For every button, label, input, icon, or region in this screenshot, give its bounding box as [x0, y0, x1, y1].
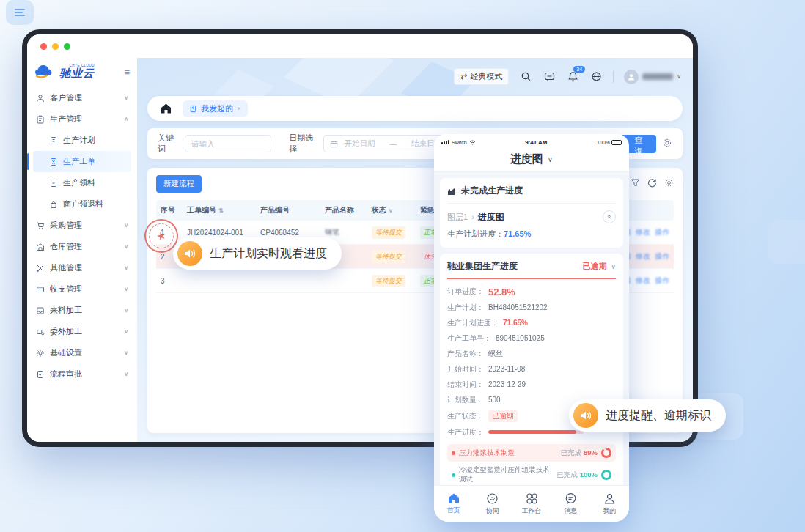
window-titlebar	[27, 34, 693, 58]
speaker-icon	[573, 403, 598, 428]
detail-row: 产品名称：螺丝	[447, 346, 616, 361]
approval-icon	[36, 370, 45, 379]
row-action-more[interactable]: 操作	[655, 276, 669, 286]
background-decoration	[6, 0, 34, 25]
production-progress-bar	[488, 430, 584, 434]
date-range-picker[interactable]: 开始日期 — 结束日期	[323, 135, 449, 152]
nav-workbench[interactable]: 工作台	[512, 492, 551, 516]
battery-indicator: 100%	[597, 140, 622, 145]
maximize-window-button[interactable]	[64, 43, 70, 50]
clipboard-icon	[36, 115, 45, 124]
search-icon[interactable]	[519, 70, 532, 84]
user-menu[interactable]: ∨	[624, 70, 681, 84]
globe-icon[interactable]	[589, 70, 603, 84]
avatar	[624, 70, 639, 84]
close-tab-icon[interactable]: ×	[237, 105, 241, 113]
cart-icon	[36, 221, 45, 230]
phone-page-title[interactable]: 进度图 ∨	[434, 147, 629, 172]
detail-row: 生产计划进度：71.65%	[447, 315, 616, 330]
nav-collaboration[interactable]: 协同	[473, 492, 512, 516]
sidebar-item-incoming-processing[interactable]: 来料加工∨	[33, 300, 131, 321]
tab-initiated-by-me[interactable]: 我发起的 ×	[183, 100, 248, 117]
home-icon	[447, 492, 460, 504]
gear-icon	[36, 349, 45, 358]
sidebar-item-production[interactable]: 生产管理∧	[33, 108, 131, 130]
sidebar-item-warehouse[interactable]: 仓库管理∨	[33, 236, 131, 257]
nav-profile[interactable]: 我的	[590, 492, 629, 516]
task-row[interactable]: 冷凝定型塑造冲压件组装技术调试 已完成 100%	[447, 462, 616, 485]
phone-bottom-nav: 首页 协同 工作台 消息 我的	[434, 485, 629, 522]
header-toolbar: ⇄ 经典模式 34	[454, 68, 681, 85]
minimize-window-button[interactable]	[52, 43, 59, 50]
sidebar-item-production-plan[interactable]: 生产计划	[33, 130, 131, 151]
sidebar-item-material-request[interactable]: 生产领料	[33, 172, 131, 193]
bell-icon[interactable]: 34	[566, 70, 579, 84]
detail-row: 生产计划：BH484051521202	[447, 300, 616, 315]
sidebar-item-settings[interactable]: 基础设置∨	[33, 342, 131, 363]
chevron-down-icon: ∨	[124, 286, 128, 292]
chevron-down-icon: ∨	[124, 371, 128, 377]
mobile-panel: Switch 9:41 AM 100% 进度图 ∨ 未完成生产进度 图层1 ›	[434, 134, 629, 522]
row-action-more[interactable]: 操作	[655, 227, 669, 237]
sidebar-nav: 客户管理∨ 生产管理∧ 生产计划 生产工单	[33, 87, 131, 385]
message-icon[interactable]	[543, 70, 556, 84]
chevron-down-icon[interactable]: ∨	[611, 263, 616, 270]
phone-content: 未完成生产进度 图层1 › 进度图 « 生产计划进度：71.65% 驰业集团生产…	[434, 172, 629, 485]
classic-mode-toggle[interactable]: ⇄ 经典模式	[454, 68, 509, 85]
wallet-icon	[36, 285, 45, 294]
bar-chart-icon	[447, 187, 457, 196]
signal-icon	[441, 140, 449, 144]
arrow-icon: ›	[471, 213, 474, 221]
progress-ring	[601, 470, 611, 480]
nav-home[interactable]: 首页	[434, 492, 473, 515]
chevron-down-icon: ∨	[124, 265, 128, 271]
home-icon[interactable]	[159, 102, 172, 115]
collaboration-icon	[486, 492, 499, 505]
message-icon	[565, 492, 577, 505]
refresh-icon[interactable]	[647, 177, 657, 191]
sidebar-item-other[interactable]: 其他管理∨	[33, 257, 131, 278]
sidebar-item-finance[interactable]: 收支管理∨	[33, 278, 131, 300]
sidebar-item-work-order[interactable]: 生产工单	[33, 151, 131, 172]
warehouse-icon	[36, 243, 45, 251]
tools-icon	[36, 264, 45, 273]
filter-settings-icon[interactable]	[662, 138, 672, 149]
clock: 9:41 AM	[476, 139, 597, 146]
collapse-button[interactable]: «	[603, 210, 616, 223]
sidebar-item-outsourcing[interactable]: 委外加工∨	[33, 321, 131, 342]
close-window-button[interactable]	[40, 43, 47, 50]
row-action-edit[interactable]: 修改	[636, 227, 650, 237]
sidebar-item-purchase[interactable]: 采购管理∨	[33, 215, 131, 236]
status-badge: 等待提交	[372, 275, 405, 287]
chevron-down-icon: ∨	[677, 73, 681, 80]
chevron-down-icon[interactable]: ∨	[389, 207, 393, 214]
user-name-blurred	[642, 73, 673, 80]
filter-funnel-icon[interactable]	[631, 177, 640, 191]
callout-overdue-alert: 进度提醒、逾期标识	[569, 399, 726, 432]
table-settings-icon[interactable]	[664, 177, 674, 191]
sort-icon[interactable]: ⇅	[218, 207, 224, 214]
nav-messages[interactable]: 消息	[551, 492, 590, 516]
workbench-icon	[526, 492, 538, 505]
sidebar-item-merchant-return[interactable]: 商户领退料	[33, 193, 131, 215]
new-process-button[interactable]: 新建流程	[156, 175, 202, 193]
wifi-icon	[469, 140, 476, 145]
detail-row: 结束时间：2023-12-29	[447, 377, 616, 392]
background-decoration	[768, 220, 805, 264]
sidebar-collapse-icon[interactable]: ≡	[124, 67, 130, 78]
row-action-edit[interactable]: 修改	[636, 276, 650, 286]
keyword-input[interactable]	[185, 135, 271, 152]
bullet-icon	[452, 451, 455, 455]
sidebar-item-customer[interactable]: 客户管理∨	[33, 87, 131, 108]
document-icon	[49, 179, 58, 188]
task-row[interactable]: 压力灌浆技术制造 已完成 89%	[447, 444, 616, 462]
row-action-more[interactable]: 操作	[655, 251, 669, 262]
list-icon	[14, 7, 26, 18]
chevron-up-icon: ∧	[124, 116, 128, 122]
overdue-label: 已逾期	[582, 261, 606, 272]
chevron-down-icon: ∨	[124, 328, 128, 335]
row-action-edit[interactable]: 修改	[636, 251, 650, 262]
sidebar-item-approval[interactable]: 流程审批∨	[33, 363, 131, 385]
brand-name: 驰业云	[59, 67, 95, 79]
page: CHYE CLOUD 驰业云 ≡ 客户管理∨ 生产管理∧	[0, 0, 805, 532]
